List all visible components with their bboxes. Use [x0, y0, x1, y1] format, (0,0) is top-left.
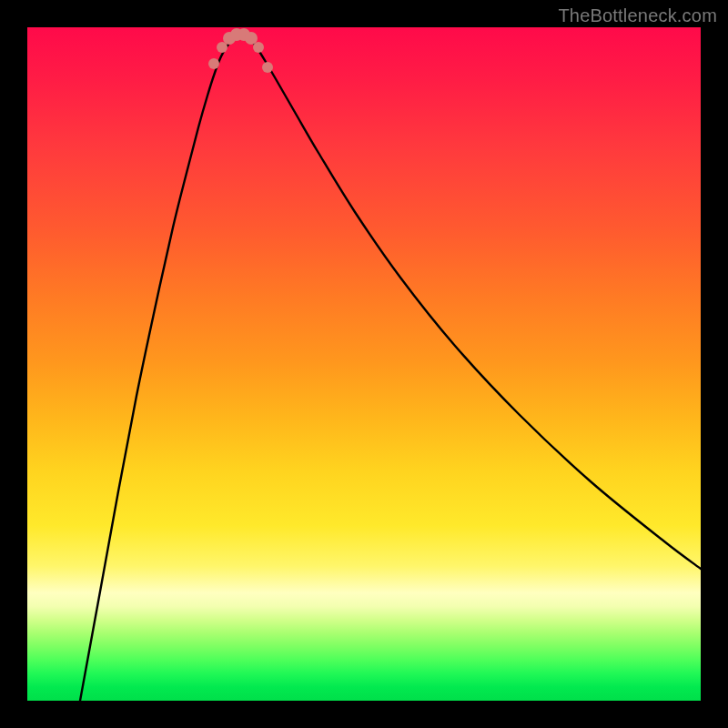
chart-frame: TheBottleneck.com: [0, 0, 728, 728]
plot-area: [27, 27, 701, 701]
curve-marker: [208, 58, 219, 69]
curve-svg: [27, 27, 701, 701]
watermark-text: TheBottleneck.com: [558, 5, 717, 26]
curve-markers: [208, 28, 273, 73]
curve-marker: [253, 42, 264, 53]
curve-marker: [262, 62, 273, 73]
bottleneck-curve: [80, 34, 701, 701]
